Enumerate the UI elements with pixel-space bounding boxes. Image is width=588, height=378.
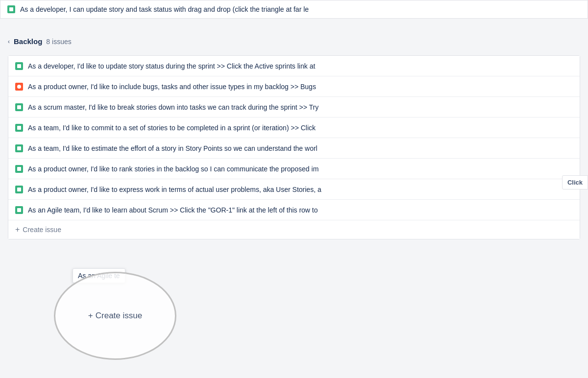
svg-rect-3 [17, 105, 21, 109]
table-row[interactable]: As a product owner, I'd like to express … [8, 179, 580, 200]
backlog-header: ‹ Backlog 8 issues [0, 33, 588, 49]
svg-rect-6 [17, 167, 21, 171]
issues-container: As a developer, I'd like to update story… [8, 55, 580, 239]
svg-rect-8 [17, 208, 21, 212]
top-issue-row[interactable]: As a developer, I can update story and t… [0, 0, 588, 19]
backlog-count: 8 issues [46, 38, 71, 46]
table-row[interactable]: As a developer, I'd like to update story… [8, 56, 580, 76]
issue-text: As a product owner, I'd like to express … [28, 186, 573, 193]
table-row[interactable]: As a product owner, I'd like to rank sto… [8, 159, 580, 179]
story-icon [15, 144, 23, 152]
table-row[interactable]: As a team, I'd like to estimate the effo… [8, 138, 580, 159]
click-text: Click [567, 179, 583, 186]
svg-rect-1 [17, 64, 21, 68]
circle-overlay: + Create issue [54, 272, 176, 360]
story-icon [15, 206, 23, 214]
story-icon [15, 124, 23, 132]
backlog-section: ‹ Backlog 8 issues As a developer, I'd l… [0, 33, 588, 239]
story-icon-top [7, 5, 15, 13]
svg-rect-0 [9, 7, 13, 11]
main-container: As a developer, I can update story and t… [0, 0, 588, 378]
table-row[interactable]: As a team, I'd like to commit to a set o… [8, 118, 580, 138]
backlog-title: Backlog [14, 37, 42, 46]
table-row[interactable]: As an Agile team, I'd like to learn abou… [8, 200, 580, 220]
svg-point-2 [17, 85, 21, 89]
plus-icon: + [15, 225, 20, 234]
issue-text: As a developer, I'd like to update story… [28, 62, 573, 70]
issue-text: As an Agile team, I'd like to learn abou… [28, 206, 573, 214]
circle-plus: + [88, 311, 93, 321]
hover-tooltip: As an Agile te [73, 268, 125, 283]
table-row[interactable]: As a product owner, I'd like to include … [8, 76, 580, 97]
create-issue-label: Create issue [23, 226, 61, 234]
svg-rect-5 [17, 146, 21, 150]
story-icon [15, 165, 23, 173]
table-row[interactable]: As a scrum master, I'd like to break sto… [8, 97, 580, 118]
story-icon [15, 62, 23, 70]
story-icon [15, 103, 23, 111]
issue-text: As a product owner, I'd like to rank sto… [28, 165, 573, 173]
issue-text: As a scrum master, I'd like to break sto… [28, 103, 573, 111]
svg-rect-7 [17, 188, 21, 191]
create-issue-row[interactable]: + Create issue [8, 220, 580, 239]
circle-content: + Create issue [88, 311, 142, 321]
svg-rect-4 [17, 126, 21, 130]
chevron-down-icon[interactable]: ‹ [8, 38, 10, 45]
issue-text: As a team, I'd like to estimate the effo… [28, 144, 573, 152]
story-icon [15, 186, 23, 193]
top-issue-text: As a developer, I can update story and t… [20, 5, 581, 13]
issue-text: As a team, I'd like to commit to a set o… [28, 124, 573, 132]
click-label: Click [562, 175, 588, 189]
issue-text: As a product owner, I'd like to include … [28, 83, 573, 91]
bug-icon [15, 83, 23, 91]
tooltip-text: As an Agile te [78, 272, 120, 280]
circle-label: Create issue [96, 311, 142, 321]
